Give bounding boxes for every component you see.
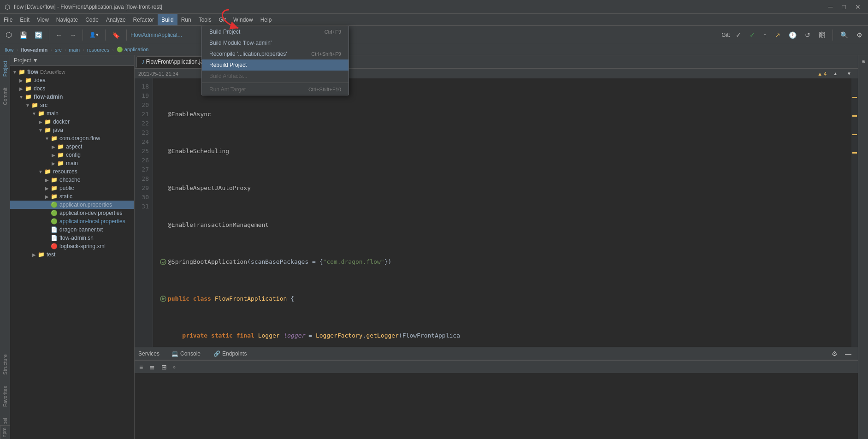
menu-analyze[interactable]: Analyze: [102, 14, 130, 25]
tree-static[interactable]: ▶ 📁 static: [10, 192, 134, 201]
bc-sep-1: ›: [17, 47, 18, 53]
bottom-more[interactable]: »: [171, 363, 177, 371]
bottom-close-icon[interactable]: —: [842, 348, 854, 359]
menu-run-ant[interactable]: Run Ant Target Ctrl+Shift+F10: [202, 84, 348, 95]
bc-src[interactable]: src: [55, 47, 62, 53]
toolbar-search[interactable]: 🔍: [838, 30, 851, 41]
menu-separator: [202, 83, 348, 83]
menu-build[interactable]: Build: [158, 14, 177, 25]
toolbar-bookmark[interactable]: 🔖: [109, 30, 123, 41]
toolbar-forward[interactable]: →: [67, 30, 79, 41]
tree-application-properties[interactable]: ▶ 🟢 application.properties: [10, 201, 134, 209]
menu-window[interactable]: Window: [230, 14, 257, 25]
tree-docs[interactable]: ▶ 📁 docs: [10, 84, 134, 93]
menu-rebuild-project[interactable]: Rebuild Project: [202, 59, 348, 71]
bottom-tabs: Services 💻 Console 🔗 Endpoints ⚙ —: [135, 347, 858, 360]
bc-main[interactable]: main: [69, 47, 80, 53]
tree-java[interactable]: ▼ 📁 java: [10, 126, 134, 134]
title-text: flow [D:\vue\flow] - FlowFrontApplicatio…: [14, 4, 162, 10]
tree-src[interactable]: ▼ 📁 src: [10, 101, 134, 109]
run-ant-label: Run Ant Target: [209, 86, 246, 93]
bottom-collapse-all[interactable]: ≡: [136, 362, 146, 373]
side-structure-icon[interactable]: Structure: [1, 350, 9, 379]
tree-idea[interactable]: ▶ 📁 .idea: [10, 76, 134, 84]
git-check-1[interactable]: ✓: [733, 30, 744, 41]
side-favorites-icon[interactable]: Favorites: [1, 382, 9, 410]
git-rollback[interactable]: ↺: [802, 30, 813, 41]
bottom-settings-icon[interactable]: ⚙: [829, 348, 840, 359]
toolbar-git-user[interactable]: 👤▾: [87, 30, 101, 40]
breadcrumb-file[interactable]: FlowAdminApplicat...: [130, 32, 182, 38]
title-bar-left: ⬡ flow [D:\vue\flow] - FlowFrontApplicat…: [5, 3, 162, 11]
menu-code[interactable]: Code: [82, 14, 102, 25]
tree-dragon-banner[interactable]: ▶ 📄 dragon-banner.txt: [10, 225, 134, 234]
bc-flow-admin[interactable]: flow-admin: [21, 47, 47, 53]
toolbar-settings[interactable]: ⚙: [854, 30, 865, 41]
menu-refactor[interactable]: Refactor: [130, 14, 158, 25]
bottom-expand-all[interactable]: ≣: [147, 362, 158, 373]
tree-main[interactable]: ▼ 📁 main: [10, 109, 134, 118]
npm-label[interactable]: npm: [0, 426, 8, 439]
tree-aspect[interactable]: ▶ 📁 aspect: [10, 142, 134, 151]
tree-public[interactable]: ▶ 📁 public: [10, 184, 134, 192]
menu-run[interactable]: Run: [177, 14, 195, 25]
title-bar: ⬡ flow [D:\vue\flow] - FlowFrontApplicat…: [0, 0, 868, 14]
tree-logback[interactable]: ▶ 🔴 logback-spring.xml: [10, 242, 134, 250]
tree-config[interactable]: ▶ 📁 config: [10, 151, 134, 159]
tree-flow-admin[interactable]: ▼ 📁 flow-admin: [10, 93, 134, 101]
editor-tab-label: FlowFrontApplication.java: [146, 59, 209, 65]
menu-build-project[interactable]: Build Project Ctrl+F9: [202, 26, 348, 37]
side-project-icon[interactable]: Project: [1, 57, 9, 80]
close-button[interactable]: ✕: [852, 2, 863, 12]
editor-warnings: ▲ 4: [817, 71, 827, 77]
right-services-expand[interactable]: ⊕: [859, 57, 868, 66]
tree-resources[interactable]: ▼ 📁 resources: [10, 167, 134, 176]
toolbar-back[interactable]: ←: [53, 30, 65, 41]
tree-docker[interactable]: ▶ 📁 docker: [10, 118, 134, 126]
menu-build-artifacts[interactable]: Build Artifacts...: [202, 71, 348, 82]
toolbar-sync[interactable]: 🔄: [32, 30, 45, 41]
warnings-down[interactable]: ▼: [844, 69, 854, 78]
warnings-up[interactable]: ▲: [830, 69, 840, 78]
code-line-18: @EnableAsync: [159, 110, 851, 119]
menu-edit[interactable]: Edit: [16, 14, 33, 25]
toolbar-save-all[interactable]: 💾: [17, 30, 30, 41]
menu-recompile[interactable]: Recompile '...lication.properties' Ctrl+…: [202, 48, 348, 59]
git-pull[interactable]: ↗: [772, 30, 783, 41]
bottom-grid-view[interactable]: ⊞: [159, 362, 170, 373]
tree-main-sub[interactable]: ▶ 📁 main: [10, 159, 134, 167]
tree-flow[interactable]: ▼ 📁 flow D:\vue\flow: [10, 68, 134, 76]
menu-build-module[interactable]: Build Module 'flow-admin': [202, 37, 348, 48]
build-artifacts-label: Build Artifacts...: [209, 73, 248, 79]
bottom-tab-console[interactable]: 💻 Console: [167, 349, 205, 358]
git-check-2[interactable]: ✓: [747, 30, 758, 41]
tree-com-dragon-flow[interactable]: ▼ 📁 com.dragon.flow: [10, 134, 134, 142]
toolbar-icon-app[interactable]: ⬡: [3, 29, 15, 41]
git-history[interactable]: 🕐: [786, 30, 799, 41]
toolbar-separator-1: [49, 30, 49, 41]
title-bar-controls[interactable]: ─ □ ✕: [826, 2, 863, 12]
tree-application-local[interactable]: ▶ 🟢 application-local.properties: [10, 217, 134, 225]
menu-file[interactable]: File: [0, 14, 16, 25]
git-push[interactable]: ↑: [761, 30, 769, 41]
menu-help[interactable]: Help: [257, 14, 276, 25]
bc-resources[interactable]: resources: [87, 47, 109, 53]
tree-ehcache[interactable]: ▶ 📁 ehcache: [10, 176, 134, 184]
tree-application-dev[interactable]: ▶ 🟢 application-dev.properties: [10, 209, 134, 217]
bottom-services-label: Services: [138, 350, 159, 357]
side-commit-icon[interactable]: Commit: [1, 84, 9, 109]
tree-test[interactable]: ▶ 📁 test: [10, 250, 134, 259]
gutter-mark-1: [852, 97, 857, 98]
maximize-button[interactable]: □: [839, 2, 849, 12]
gutter-23-run[interactable]: [159, 294, 168, 303]
code-area[interactable]: @EnableAsync @EnableScheduling @EnableAs…: [153, 78, 851, 347]
bc-flow[interactable]: flow: [5, 47, 14, 53]
bottom-tab-endpoints[interactable]: 🔗 Endpoints: [209, 349, 251, 358]
menu-tools[interactable]: Tools: [195, 14, 215, 25]
menu-view[interactable]: View: [33, 14, 53, 25]
tree-flow-admin-sh[interactable]: ▶ 📄 flow-admin.sh: [10, 234, 134, 242]
minimize-button[interactable]: ─: [826, 2, 836, 12]
menu-git[interactable]: Git: [215, 14, 230, 25]
git-translate[interactable]: 翻: [816, 29, 828, 41]
menu-navigate[interactable]: Navigate: [53, 14, 82, 25]
